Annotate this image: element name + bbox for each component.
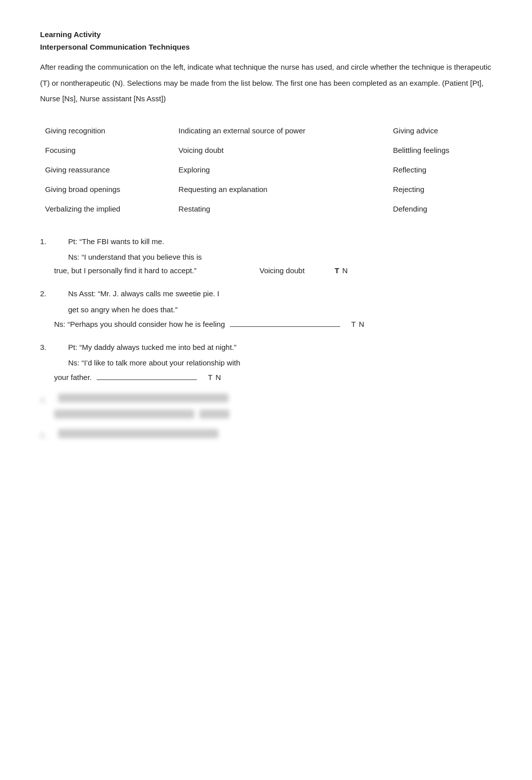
technique-col2-2: Voicing doubt xyxy=(173,140,388,160)
question-3: 3. Pt: “My daddy always tucked me into b… xyxy=(40,340,492,382)
page-container: Learning Activity Interpersonal Communic… xyxy=(40,30,492,442)
q2-line1: Ns Asst: “Mr. J. always calls me sweetie… xyxy=(68,287,492,301)
q3-line1: Pt: “My daddy always tucked me into bed … xyxy=(68,340,492,354)
q2-n-label: N xyxy=(359,320,364,328)
question-2: 2. Ns Asst: “Mr. J. always calls me swee… xyxy=(40,287,492,328)
technique-col1-4: Giving broad openings xyxy=(40,179,173,199)
description: After reading the communication on the l… xyxy=(40,59,492,107)
technique-col1-1: Giving recognition xyxy=(40,121,173,140)
q1-tn: T N xyxy=(335,266,348,275)
subtitle: Interpersonal Communication Techniques xyxy=(40,43,492,51)
q3-t-label: T xyxy=(208,373,212,381)
q3-line2: Ns: “I’d like to talk more about your re… xyxy=(68,356,492,370)
q2-number: 2. xyxy=(40,289,54,298)
section-title: Learning Activity xyxy=(40,30,492,39)
question-5-blurred: 5. xyxy=(40,429,492,442)
technique-col2-1: Indicating an external source of power xyxy=(173,121,388,140)
q3-blank[interactable] xyxy=(97,372,197,380)
technique-col1-2: Focusing xyxy=(40,140,173,160)
technique-col3-3: Reflecting xyxy=(388,160,492,179)
q3-line3: your father. xyxy=(54,373,92,381)
technique-col3-4: Rejecting xyxy=(388,179,492,199)
technique-col3-5: Defending xyxy=(388,199,492,219)
q3-tn: T N xyxy=(208,373,221,381)
q1-number: 1. xyxy=(40,237,54,246)
technique-col2-4: Requesting an explanation xyxy=(173,179,388,199)
q1-n-label: N xyxy=(342,266,348,275)
technique-col1-3: Giving reassurance xyxy=(40,160,173,179)
technique-col3-1: Giving advice xyxy=(388,121,492,140)
q3-n-label: N xyxy=(215,373,221,381)
q1-technique: Voicing doubt xyxy=(259,266,320,275)
q1-line2: Ns: “I understand that you believe this … xyxy=(68,250,492,264)
q2-tn: T N xyxy=(351,320,364,328)
q1-t-label: T xyxy=(335,266,339,275)
question-4-blurred: 4. xyxy=(40,394,492,424)
technique-col1-5: Verbalizing the implied xyxy=(40,199,173,219)
q2-blank[interactable] xyxy=(230,319,340,327)
q2-line2: get so angry when he does that.” xyxy=(68,303,492,317)
technique-col3-2: Belittling feelings xyxy=(388,140,492,160)
technique-col2-3: Exploring xyxy=(173,160,388,179)
q3-number: 3. xyxy=(40,343,54,351)
q2-line3: Ns: “Perhaps you should consider how he … xyxy=(54,320,225,328)
q1-line1: Pt: “The FBI wants to kill me. xyxy=(68,235,492,249)
techniques-table: Giving recognition Indicating an externa… xyxy=(40,121,492,219)
q1-line3: true, but I personally find it hard to a… xyxy=(54,266,244,275)
q2-t-label: T xyxy=(351,320,356,328)
question-1: 1. Pt: “The FBI wants to kill me. Ns: “I… xyxy=(40,235,492,275)
questions-section: 1. Pt: “The FBI wants to kill me. Ns: “I… xyxy=(40,235,492,443)
technique-col2-5: Restating xyxy=(173,199,388,219)
